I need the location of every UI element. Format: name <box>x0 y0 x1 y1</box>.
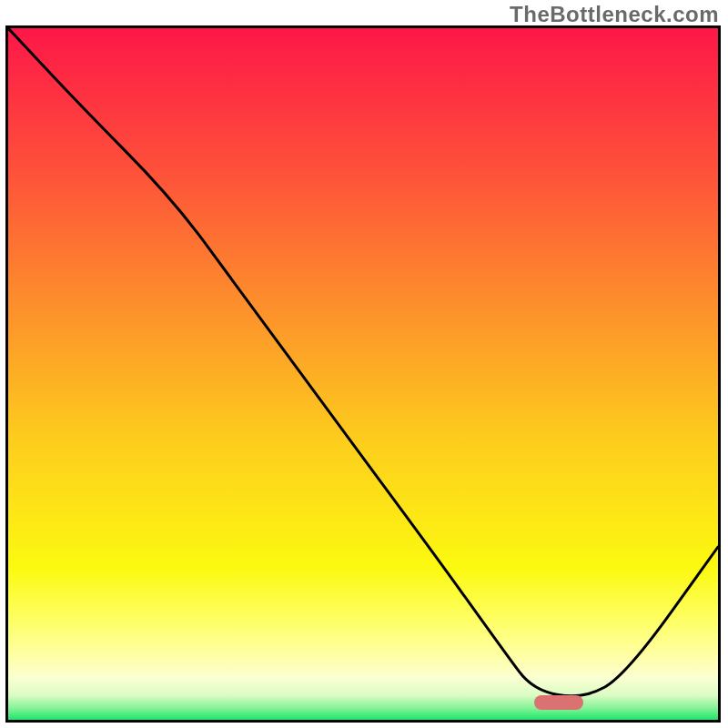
svg-rect-0 <box>8 28 718 720</box>
chart-frame <box>5 25 721 723</box>
background-gradient <box>8 28 718 720</box>
optimal-marker <box>534 695 583 710</box>
watermark-text: TheBottleneck.com <box>510 2 719 27</box>
